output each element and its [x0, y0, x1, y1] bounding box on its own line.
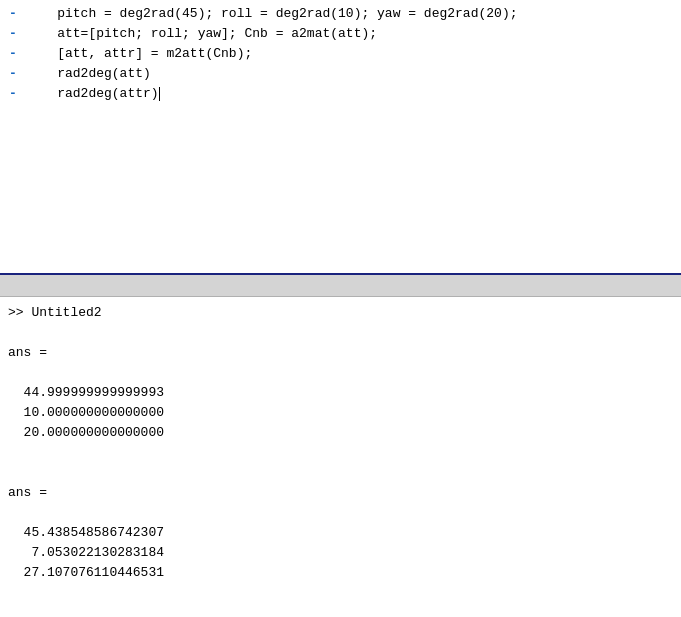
code-text: rad2deg(attr) — [26, 84, 160, 104]
cmd-line — [8, 463, 673, 483]
cmd-line: 27.107076110446531 — [8, 563, 673, 583]
cmd-line — [8, 503, 673, 523]
command-window-title-bar — [0, 275, 681, 297]
code-text: pitch = deg2rad(45); roll = deg2rad(10);… — [26, 4, 517, 24]
cmd-line — [8, 443, 673, 463]
text-cursor — [159, 87, 160, 101]
code-text: att=[pitch; roll; yaw]; Cnb = a2mat(att)… — [26, 24, 377, 44]
code-line: - att=[pitch; roll; yaw]; Cnb = a2mat(at… — [0, 24, 681, 44]
cmd-line — [8, 323, 673, 343]
line-indicator: - — [4, 4, 22, 24]
cmd-line: 10.000000000000000 — [8, 403, 673, 423]
cmd-line: 7.053022130283184 — [8, 543, 673, 563]
code-line: - rad2deg(attr) — [0, 84, 681, 104]
cmd-line: 44.999999999999993 — [8, 383, 673, 403]
cmd-line: ans = — [8, 483, 673, 503]
command-window: >> Untitled2ans = 44.999999999999993 10.… — [0, 275, 681, 617]
code-line: - rad2deg(att) — [0, 64, 681, 84]
editor-pane: - pitch = deg2rad(45); roll = deg2rad(10… — [0, 0, 681, 275]
code-line: - [att, attr] = m2att(Cnb); — [0, 44, 681, 64]
command-content[interactable]: >> Untitled2ans = 44.999999999999993 10.… — [0, 297, 681, 617]
cmd-line: ans = — [8, 343, 673, 363]
cmd-line: 45.438548586742307 — [8, 523, 673, 543]
line-indicator: - — [4, 24, 22, 44]
cmd-line: >> Untitled2 — [8, 303, 673, 323]
code-text: rad2deg(att) — [26, 64, 151, 84]
line-indicator: - — [4, 44, 22, 64]
line-indicator: - — [4, 64, 22, 84]
code-text: [att, attr] = m2att(Cnb); — [26, 44, 252, 64]
cmd-line — [8, 363, 673, 383]
code-line: - pitch = deg2rad(45); roll = deg2rad(10… — [0, 4, 681, 24]
line-indicator: - — [4, 84, 22, 104]
cmd-line: 20.000000000000000 — [8, 423, 673, 443]
